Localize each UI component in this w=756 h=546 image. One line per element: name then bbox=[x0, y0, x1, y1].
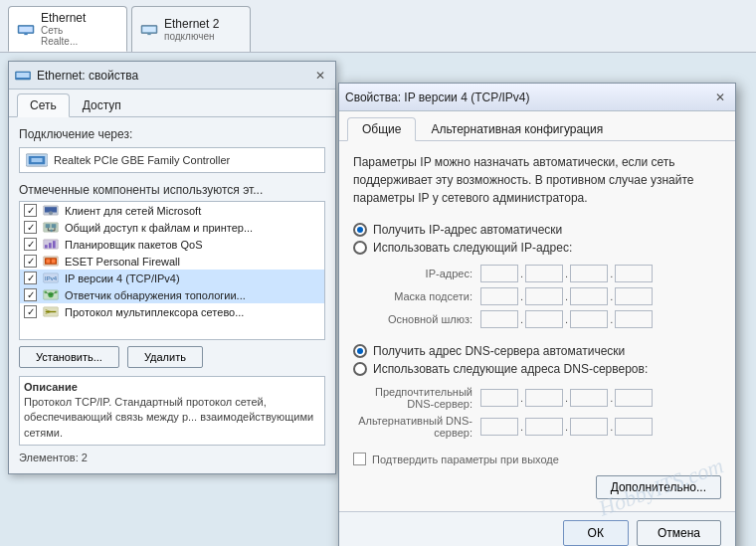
ip-titlebar: Свойства: IP версии 4 (TCP/IPv4) ✕ bbox=[339, 84, 735, 111]
svg-rect-15 bbox=[46, 224, 51, 228]
ip-tab-general[interactable]: Общие bbox=[347, 117, 416, 141]
svg-rect-16 bbox=[52, 224, 57, 228]
comp-checkbox-1[interactable] bbox=[24, 221, 37, 234]
radio-auto-dns[interactable] bbox=[353, 344, 367, 358]
taskbar: Ethernet СетьRealte... Ethernet 2 подклю… bbox=[0, 0, 756, 53]
ip-close-button[interactable]: ✕ bbox=[711, 89, 729, 106]
svg-rect-4 bbox=[142, 27, 156, 33]
dns-radio-group: Получить адрес DNS-сервера автоматически… bbox=[353, 342, 721, 378]
ip-octet-0-1[interactable] bbox=[525, 265, 563, 282]
ip-octet-2-0[interactable] bbox=[480, 310, 518, 328]
list-item: ESET Personal Firewall bbox=[20, 253, 324, 270]
ip-fields: IP-адрес: . . . Маска подсети: bbox=[353, 265, 721, 328]
ethernet-window-title: Ethernet: свойства bbox=[37, 69, 138, 83]
radio-manual-dns-row[interactable]: Использовать следующие адреса DNS-сервер… bbox=[353, 360, 721, 378]
radio-manual-ip-label: Использовать следующий IP-адрес: bbox=[373, 241, 572, 255]
ethernet-properties-window: Ethernet: свойства ✕ Сеть Доступ Подключ… bbox=[8, 61, 336, 474]
ip-content: Параметры IP можно назначать автоматичес… bbox=[339, 141, 735, 511]
radio-auto-dns-label: Получить адрес DNS-сервера автоматически bbox=[373, 344, 625, 358]
comp-checkbox-6[interactable] bbox=[24, 305, 37, 318]
ip-field-label-0: IP-адрес: bbox=[353, 268, 472, 279]
install-button[interactable]: Установить... bbox=[19, 346, 119, 368]
svg-rect-24 bbox=[53, 241, 56, 248]
radio-auto-ip[interactable] bbox=[353, 223, 367, 237]
ip-octet-2-3[interactable] bbox=[615, 310, 653, 328]
comp-name-6: Протокол мультиплексора сетево... bbox=[65, 306, 244, 318]
radio-manual-dns[interactable] bbox=[353, 362, 367, 376]
svg-rect-1 bbox=[19, 26, 33, 32]
radio-manual-ip-row[interactable]: Использовать следующий IP-адрес: bbox=[353, 239, 721, 257]
dns-octet-0-0[interactable] bbox=[480, 389, 518, 407]
ethernet-title-icon bbox=[15, 70, 31, 82]
svg-rect-28 bbox=[52, 260, 56, 264]
network-icon-1 bbox=[17, 23, 35, 36]
remove-button[interactable]: Удалить bbox=[127, 346, 203, 368]
ip-octet-0-0[interactable] bbox=[480, 265, 518, 282]
radio-manual-ip[interactable] bbox=[353, 241, 367, 255]
ip-octet-0-2[interactable] bbox=[570, 265, 608, 282]
svg-point-13 bbox=[49, 211, 53, 215]
comp-checkbox-2[interactable] bbox=[24, 238, 37, 251]
ip-tab-alt-config[interactable]: Альтернативная конфигурация bbox=[416, 117, 618, 140]
comp-checkbox-5[interactable] bbox=[24, 288, 37, 301]
comp-name-5: Ответчик обнаружения топологии... bbox=[65, 289, 246, 301]
dns-input-1: . . . bbox=[480, 418, 653, 436]
ip-octet-1-1[interactable] bbox=[525, 287, 563, 305]
radio-auto-dns-row[interactable]: Получить адрес DNS-сервера автоматически bbox=[353, 342, 721, 360]
dns-octet-1-0[interactable] bbox=[480, 418, 518, 436]
confirm-checkbox[interactable] bbox=[353, 453, 366, 465]
advanced-button[interactable]: Дополнительно... bbox=[596, 475, 721, 499]
eth-tab-network[interactable]: Сеть bbox=[17, 93, 70, 117]
ip-octet-1-2[interactable] bbox=[570, 287, 608, 305]
comp-checkbox-4[interactable] bbox=[24, 272, 37, 284]
adapter-label: Подключение через: bbox=[19, 127, 325, 141]
dns-octet-1-1[interactable] bbox=[525, 418, 563, 436]
dns-octet-0-2[interactable] bbox=[570, 389, 608, 407]
svg-point-34 bbox=[55, 291, 58, 294]
dns-field-label-1: Альтернативный DNS-сервер: bbox=[353, 415, 472, 439]
comp-checkbox-3[interactable] bbox=[24, 255, 37, 268]
dns-octet-0-3[interactable] bbox=[615, 389, 653, 407]
ip-octet-2-1[interactable] bbox=[525, 310, 563, 328]
comp-name-4: IP версии 4 (TCP/IPv4) bbox=[65, 273, 180, 284]
svg-point-20 bbox=[50, 230, 53, 233]
list-item: Общий доступ к файлам и принтер... bbox=[20, 219, 324, 236]
comp-checkbox-0[interactable] bbox=[24, 204, 37, 217]
svg-rect-23 bbox=[49, 243, 52, 248]
dns-octet-1-3[interactable] bbox=[615, 418, 653, 436]
dns-input-0: . . . bbox=[480, 389, 653, 407]
svg-rect-5 bbox=[147, 33, 150, 35]
confirm-label: Подтвердить параметры при выходе bbox=[372, 454, 559, 465]
dns-octet-0-1[interactable] bbox=[525, 389, 563, 407]
ip-octet-0-3[interactable] bbox=[615, 265, 653, 282]
svg-point-33 bbox=[44, 291, 47, 294]
firewall-icon bbox=[43, 256, 59, 267]
ok-button[interactable]: ОК bbox=[563, 520, 629, 546]
ethernet-tabs: Сеть Доступ bbox=[9, 90, 335, 117]
comp-name-1: Общий доступ к файлам и принтер... bbox=[65, 222, 253, 234]
ip-octet-2-2[interactable] bbox=[570, 310, 608, 328]
elements-count: Элементов: 2 bbox=[19, 452, 325, 463]
list-item: Клиент для сетей Microsoft bbox=[20, 202, 324, 219]
topology-icon bbox=[43, 289, 59, 300]
eth-tab-access[interactable]: Доступ bbox=[70, 93, 134, 116]
ethernet-close-button[interactable]: ✕ bbox=[311, 67, 329, 85]
ip-field-row-0: IP-адрес: . . . bbox=[353, 265, 721, 282]
client-icon bbox=[43, 205, 59, 216]
ip-ok-cancel-bar: ОК Отмена bbox=[339, 511, 735, 546]
radio-manual-dns-label: Использовать следующие адреса DNS-сервер… bbox=[373, 362, 648, 376]
ipv4-icon: IPv4 bbox=[43, 273, 59, 283]
ip-bottom-row: Дополнительно... bbox=[353, 475, 721, 499]
dns-field-label-0: Предпочтительный DNS-сервер: bbox=[353, 386, 472, 410]
description-section: Описание Протокол TCP/IP. Стандартный пр… bbox=[19, 376, 325, 446]
radio-auto-ip-row[interactable]: Получить IP-адрес автоматически bbox=[353, 221, 721, 239]
dns-octet-1-2[interactable] bbox=[570, 418, 608, 436]
ip-octet-1-3[interactable] bbox=[615, 287, 653, 305]
taskbar-tab-ethernet1[interactable]: Ethernet СетьRealte... bbox=[8, 6, 127, 52]
ip-octet-1-0[interactable] bbox=[480, 287, 518, 305]
ip-field-row-1: Маска подсети: . . . bbox=[353, 287, 721, 305]
eth-buttons: Установить... Удалить bbox=[19, 346, 325, 368]
ethernet-content: Подключение через: Realtek PCIe GBE Fami… bbox=[9, 117, 335, 473]
taskbar-tab-ethernet2[interactable]: Ethernet 2 подключен bbox=[131, 6, 251, 52]
cancel-button[interactable]: Отмена bbox=[637, 520, 721, 546]
